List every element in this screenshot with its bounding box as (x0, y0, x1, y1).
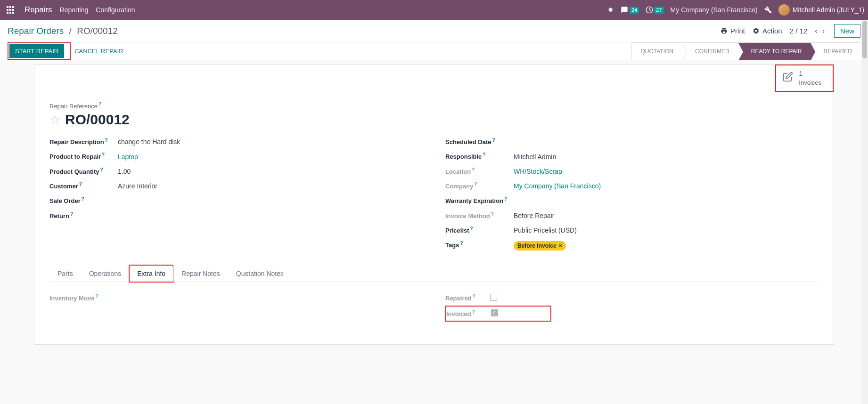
stage-ready-to-repair[interactable]: READY TO REPAIR (738, 42, 811, 60)
avatar-icon (778, 4, 790, 16)
messages-icon[interactable]: 24 (620, 6, 639, 14)
label-sale-order: Sale Order? (49, 196, 118, 204)
cancel-repair-button[interactable]: CANCEL REPAIR (71, 44, 127, 58)
breadcrumb: Repair Orders / RO/00012 (8, 26, 118, 36)
user-menu[interactable]: Mitchell Admin (JULY_1) (778, 4, 864, 16)
form-sheet: 1 Invoices Repair Reference? ☆ RO/00012 … (34, 64, 834, 345)
tag-before-invoice: Before Invoice ✕ (514, 241, 566, 250)
pager: 2 / 12 ‹ › (790, 27, 827, 35)
label-company: Company? (445, 182, 514, 190)
highlight-start-repair: START REPAIR (8, 42, 71, 60)
tab-operations[interactable]: Operations (81, 265, 129, 282)
stage-quotation[interactable]: QUOTATION (631, 42, 682, 60)
menu-configuration[interactable]: Configuration (96, 6, 135, 14)
label-inventory-move: Inventory Move? (49, 294, 118, 302)
edit-icon (783, 72, 793, 84)
label-customer: Customer? (49, 182, 118, 190)
stage-repaired[interactable]: REPAIRED (811, 42, 860, 60)
action-button[interactable]: Action (753, 27, 782, 35)
help-icon[interactable]: ? (98, 102, 101, 107)
favorite-star-icon[interactable]: ☆ (49, 113, 60, 127)
stage-confirmed[interactable]: CONFIRMED (682, 42, 738, 60)
label-pricelist: Pricelist? (445, 226, 514, 234)
activities-badge: 27 (654, 7, 663, 14)
status-stages: QUOTATION CONFIRMED READY TO REPAIR REPA… (631, 42, 860, 60)
value-responsible[interactable]: Mitchell Admin (514, 153, 556, 161)
value-customer[interactable]: Azure Interior (118, 182, 157, 190)
label-product-to-repair: Product to Repair? (49, 152, 118, 160)
checkbox-invoiced[interactable] (491, 309, 498, 316)
tab-quotation-notes[interactable]: Quotation Notes (228, 265, 292, 282)
value-tags[interactable]: Before Invoice ✕ (514, 241, 566, 250)
label-return: Return? (49, 211, 118, 219)
label-tags: Tags? (445, 241, 514, 249)
tab-parts[interactable]: Parts (49, 265, 81, 282)
value-product-to-repair[interactable]: Laptop (118, 153, 138, 161)
label-scheduled-date: Scheduled Date? (445, 137, 514, 145)
breadcrumb-parent[interactable]: Repair Orders (8, 26, 64, 36)
company-switcher[interactable]: My Company (San Francisco) (671, 6, 758, 14)
value-company[interactable]: My Company (San Francisco) (514, 182, 601, 190)
print-button[interactable]: Print (721, 27, 745, 35)
pager-next[interactable]: › (820, 27, 827, 35)
value-repair-description[interactable]: change the Hard disk (118, 138, 180, 145)
tab-extra-info[interactable]: Extra Info (129, 265, 173, 282)
scrollbar-thumb[interactable] (862, 21, 867, 58)
status-bar: START REPAIR CANCEL REPAIR QUOTATION CON… (0, 42, 868, 60)
tools-icon[interactable] (764, 6, 772, 14)
pager-prev[interactable]: ‹ (813, 27, 819, 35)
value-product-quantity[interactable]: 1.00 (118, 168, 131, 175)
activities-icon[interactable]: 27 (646, 6, 663, 14)
tag-remove-icon[interactable]: ✕ (558, 243, 562, 248)
value-invoice-method[interactable]: Before Repair (514, 212, 554, 219)
breadcrumb-current: RO/00012 (77, 26, 118, 36)
button-box: 1 Invoices (34, 65, 834, 92)
form-left-column: Repair Description?change the Hard disk … (49, 134, 423, 254)
start-repair-button[interactable]: START REPAIR (9, 44, 64, 58)
scrollbar[interactable] (861, 20, 868, 345)
apps-icon[interactable] (7, 6, 14, 14)
invoices-stat-button[interactable]: 1 Invoices (775, 65, 834, 92)
tab-content-extra-info: Inventory Move? Repaired? Invoiced? (49, 282, 819, 330)
invoices-label: Invoices (799, 79, 821, 87)
new-button[interactable]: New (834, 24, 860, 38)
checkbox-repaired[interactable] (490, 294, 497, 301)
form-right-column: Scheduled Date? Responsible?Mitchell Adm… (445, 134, 819, 254)
label-repair-description: Repair Description? (49, 137, 118, 145)
value-location[interactable]: WH/Stock/Scrap (514, 168, 562, 175)
highlight-invoiced: Invoiced? (445, 306, 551, 322)
label-responsible: Responsible? (445, 152, 514, 160)
menu-reporting[interactable]: Reporting (60, 6, 89, 14)
value-pricelist[interactable]: Public Pricelist (USD) (514, 226, 577, 234)
notebook-tabs: Parts Operations Extra Info Repair Notes… (49, 265, 819, 282)
tab-repair-notes[interactable]: Repair Notes (173, 265, 228, 282)
messages-badge: 24 (630, 7, 639, 14)
label-invoiced: Invoiced? (446, 309, 491, 317)
label-location: Location? (445, 167, 514, 175)
app-brand[interactable]: Repairs (25, 5, 52, 15)
label-product-quantity: Product Quantity? (49, 167, 118, 175)
bug-icon[interactable]: ✸ (608, 6, 614, 14)
repair-reference-value: RO/00012 (65, 112, 130, 128)
repair-reference-label: Repair Reference? (49, 103, 101, 110)
label-warranty-expiration: Warranty Expiration? (445, 196, 514, 204)
user-name: Mitchell Admin (JULY_1) (793, 6, 864, 14)
invoices-count: 1 (799, 69, 821, 79)
top-navbar: Repairs Reporting Configuration ✸ 24 27 … (0, 0, 868, 20)
label-invoice-method: Invoice Method? (445, 211, 514, 219)
control-panel: Repair Orders / RO/00012 Print Action 2 … (0, 20, 868, 42)
label-repaired: Repaired? (445, 294, 490, 302)
